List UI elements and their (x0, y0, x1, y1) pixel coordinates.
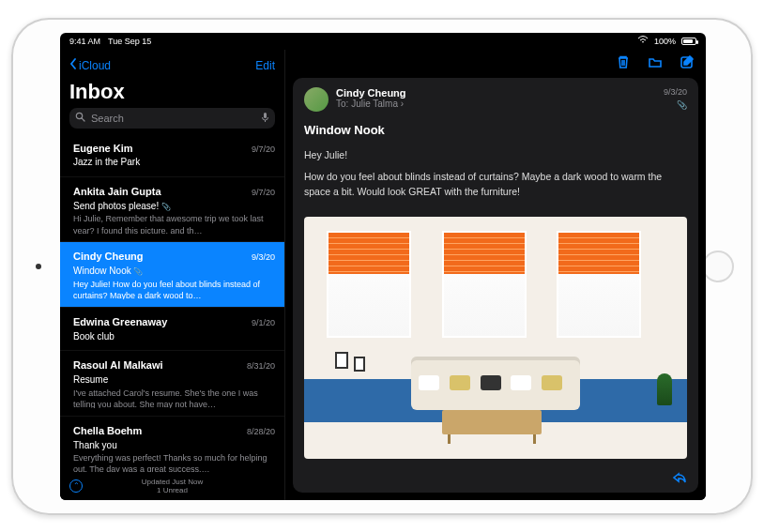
message-item[interactable]: Edwina Greenaway9/1/20 Book club (60, 308, 284, 351)
reply-icon[interactable] (672, 470, 687, 489)
preview: Hey Julie! How do you feel about blinds … (73, 279, 275, 299)
mailbox-sidebar: iCloud Edit Inbox Search (60, 50, 285, 500)
to-label: To: (336, 99, 348, 109)
detail-date: 9/3/20 (664, 87, 687, 97)
wifi-icon (637, 36, 649, 46)
attachment-icon: 📎 (161, 203, 171, 211)
attachment-icon: 📎 (133, 267, 143, 276)
sender: Ankita Jain Gupta (73, 185, 161, 199)
chevron-right-icon: › (401, 99, 404, 109)
detail-subject: Window Nook (293, 119, 698, 144)
date: 8/31/20 (247, 360, 275, 372)
date: 8/28/20 (247, 426, 275, 437)
screen: 9:41 AM Tue Sep 15 100% (60, 33, 706, 500)
detail-toolbar (285, 50, 706, 78)
sender: Edwina Greenaway (73, 315, 167, 329)
subject: Send photos please! 📎 (73, 200, 275, 213)
status-time: 9:41 AM (69, 37, 100, 46)
search-input[interactable]: Search (69, 108, 275, 129)
preview: Everything was perfect! Thanks so much f… (73, 452, 275, 471)
subject: Window Nook 📎 (73, 265, 275, 278)
date: 9/7/20 (252, 144, 275, 155)
message-item[interactable]: Eugene Kim9/7/20 Jazz in the Park (60, 134, 284, 177)
message-item-selected[interactable]: Cindy Cheung9/3/20 Window Nook 📎 Hey Jul… (60, 242, 284, 308)
preview: I've attached Carol's resume. She's the … (73, 388, 275, 408)
date: 9/7/20 (252, 187, 275, 198)
home-button[interactable] (702, 251, 734, 282)
message-header[interactable]: Cindy Cheung To: Julie Talma › 9/3/20 📎 (293, 78, 698, 119)
avatar (304, 87, 329, 112)
preview: Hi Julie, Remember that awesome trip we … (73, 213, 275, 234)
message-item[interactable]: Chella Boehm8/28/20 Thank you Everything… (60, 417, 284, 472)
subject: Thank you (73, 439, 275, 452)
subject: Resume (73, 373, 275, 387)
message-item[interactable]: Rasoul Al Malkawi8/31/20 Resume I've att… (60, 351, 284, 416)
subject: Jazz in the Park (73, 156, 275, 169)
back-button[interactable]: iCloud (69, 58, 111, 72)
filter-circle-icon[interactable]: ⌃ (69, 479, 83, 493)
svg-point-0 (76, 113, 82, 118)
search-placeholder: Search (91, 113, 124, 124)
ipad-device-frame: 9:41 AM Tue Sep 15 100% (11, 18, 753, 515)
microphone-icon[interactable] (261, 112, 269, 125)
sidebar-footer: ⌃ Updated Just Now 1 Unread (60, 472, 284, 500)
subject: Book club (73, 330, 275, 343)
footer-unread: 1 Unread (157, 486, 188, 494)
folder-icon[interactable] (648, 54, 663, 73)
svg-rect-1 (264, 113, 267, 118)
sender: Chella Boehm (73, 424, 142, 438)
date: 9/3/20 (252, 251, 275, 263)
front-camera (36, 264, 41, 269)
footer-updated: Updated Just Now (142, 478, 203, 486)
mailbox-title: Inbox (69, 78, 275, 108)
battery-percent: 100% (654, 37, 676, 46)
sender: Eugene Kim (73, 142, 133, 156)
date: 9/1/20 (252, 317, 275, 328)
chevron-left-icon (69, 58, 77, 72)
compose-icon[interactable] (680, 54, 695, 73)
from-name: Cindy Cheung (336, 87, 406, 99)
sender: Rasoul Al Malkawi (73, 358, 163, 372)
status-bar: 9:41 AM Tue Sep 15 100% (60, 33, 706, 50)
edit-button[interactable]: Edit (255, 59, 275, 72)
message-list[interactable]: Eugene Kim9/7/20 Jazz in the Park Ankita… (60, 134, 284, 472)
message-card: Cindy Cheung To: Julie Talma › 9/3/20 📎 … (293, 78, 698, 493)
back-label: iCloud (79, 59, 111, 72)
body-paragraph: Hey Julie! (304, 148, 687, 163)
message-body[interactable]: Hey Julie! How do you feel about blinds … (293, 144, 698, 217)
detail-footer (293, 466, 698, 493)
message-detail-pane: Cindy Cheung To: Julie Talma › 9/3/20 📎 … (285, 50, 706, 500)
body-paragraph: How do you feel about blinds instead of … (304, 170, 687, 200)
message-item[interactable]: Ankita Jain Gupta9/7/20 Send photos plea… (60, 177, 284, 243)
trash-icon[interactable] (616, 54, 631, 73)
attachment-image[interactable] (304, 217, 687, 459)
to-name: Julie Talma (351, 99, 398, 109)
battery-icon (681, 38, 696, 45)
attachment-icon: 📎 (677, 100, 687, 110)
status-date: Tue Sep 15 (108, 37, 151, 46)
sender: Cindy Cheung (73, 250, 144, 264)
magnifying-glass-icon (75, 112, 85, 124)
